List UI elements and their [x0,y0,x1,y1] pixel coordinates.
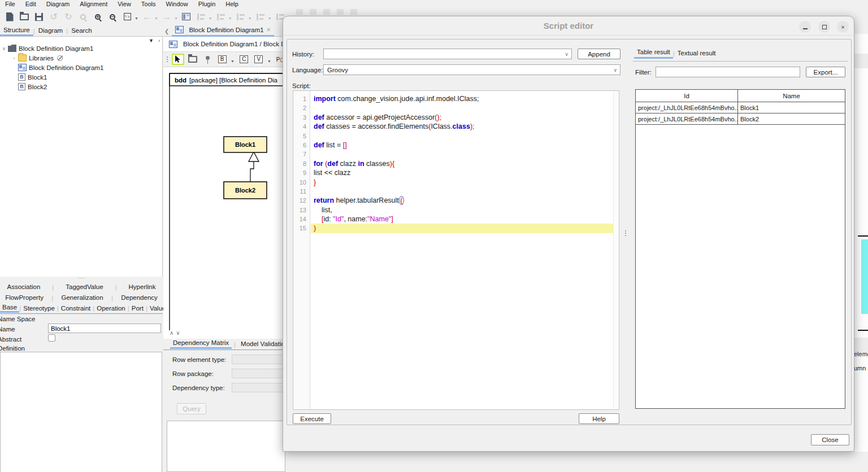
code-line-2[interactable] [311,103,613,112]
toolbar-drag-handle[interactable] [167,55,168,63]
tree-root[interactable]: ∨Block Definition Diagram1 [0,43,162,53]
prop-tab-stereotype[interactable]: Stereotype [21,305,57,312]
menu-item-tools[interactable]: Tools [136,1,161,7]
export-button[interactable]: Export... [806,67,845,77]
structure-tree[interactable]: ▼ › ∨Block Definition Diagram1›Libraries… [0,36,163,277]
redo-icon[interactable]: ↻ [62,10,75,24]
col-header-name[interactable]: Name [738,90,845,102]
collapse-caret-icon[interactable]: ∨ [0,46,8,51]
help-button[interactable]: Help [579,413,619,424]
generalization-line[interactable] [250,161,254,182]
prop-tab-generalization[interactable]: Generalization [59,294,105,301]
tree-item-block1[interactable]: BBlock1 [0,72,162,82]
prop-tab-flowproperty[interactable]: FlowProperty [3,294,46,301]
fit-view-icon-dropdown[interactable]: ▼ [134,16,138,20]
forward-icon-dropdown[interactable]: ▼ [174,16,178,20]
align-icon-dropdown[interactable]: ▼ [209,16,212,20]
zoom-out-icon[interactable]: – [106,10,119,24]
minimize-button[interactable] [799,21,811,33]
tab-dependency-matrix[interactable]: Dependency Matrix [170,339,232,349]
save-icon[interactable] [32,10,46,24]
forward-icon[interactable]: → [160,10,173,24]
prop-tab-base[interactable]: Base [0,304,19,313]
language-select[interactable]: Groovy ∨ [323,64,620,75]
code-line-7[interactable] [311,150,613,159]
panel-collapse-icon[interactable]: › [158,38,160,43]
menu-item-view[interactable]: View [112,1,136,7]
editor-scrollbar[interactable] [613,91,619,409]
code-line-8[interactable]: for (def clazz in classes){ [311,159,613,168]
maximize-button[interactable] [818,21,830,33]
block-tool-icon[interactable]: B [216,54,228,65]
color-icon[interactable] [254,10,267,24]
group-icon[interactable] [234,10,248,24]
code-line-9[interactable]: list << clazz [311,168,613,177]
tab-block-definition-diagram1[interactable]: Block Definition Diagram1 × [172,26,274,37]
new-file-icon[interactable] [3,10,16,24]
code-line-15[interactable]: ) [311,224,613,233]
tree-panel-controls[interactable]: ▼ › [149,38,160,43]
tree-item-block-definition-diagram1[interactable]: Block Definition Diagram1 [0,63,162,72]
menu-item-alignment[interactable]: Alignment [75,1,112,7]
table-row[interactable]: project:/_LhJL0LRtEe68h54mBvho...Block2 [636,113,845,125]
menu-item-file[interactable]: File [0,1,20,7]
prop-tab-association[interactable]: Association [5,283,42,291]
tab-search[interactable]: Search [68,27,95,35]
undo-icon[interactable]: ↺ [47,10,60,24]
zoom-in-icon[interactable]: + [91,10,105,24]
panel-splitter-handle[interactable]: ··· [0,277,163,282]
align-icon[interactable] [194,10,208,24]
back-icon[interactable]: ← [140,10,154,24]
fit-view-icon[interactable]: ↖↘ [120,10,134,24]
tab-scroll-left-icon[interactable]: ❮ [163,28,172,34]
code-line-10[interactable]: } [311,178,613,187]
value-tool-dropdown-icon[interactable]: ▼ [267,59,271,63]
panes-splitter-handle[interactable] [625,229,626,237]
tree-menu-icon[interactable]: ▼ [149,38,154,43]
dialog-titlebar[interactable]: Script editor × [283,16,854,36]
code-line-6[interactable]: def list = [] [311,141,613,150]
tab-diagram[interactable]: Diagram [35,27,66,35]
code-line-4[interactable]: def classes = accessor.findElements(ICla… [311,122,613,131]
script-code-editor[interactable]: 123456789101112131415 import com.change_… [293,90,619,410]
code-line-1[interactable]: import com.change_vision.jude.api.inf.mo… [311,94,613,103]
prop-tab-dependency[interactable]: Dependency [119,294,160,301]
tab-table-result[interactable]: Table result [634,49,673,59]
tree-item-libraries[interactable]: ›Libraries [0,53,162,63]
close-window-button[interactable]: × [837,21,849,33]
filter-input[interactable] [656,67,800,77]
panel-expand-collapse-icons[interactable]: ∧∨ [170,330,183,336]
execute-button[interactable]: Execute [293,413,331,424]
prop-tab-hyperlink[interactable]: Hyperlink [127,283,158,291]
col-header-id[interactable]: Id [636,90,738,102]
query-button[interactable]: Query [177,403,206,414]
code-line-5[interactable] [311,132,613,141]
table-row[interactable]: project:/_LhJL0LRtEe68h54mBvho...Block1 [636,102,845,113]
back-icon-dropdown[interactable]: ▼ [154,16,158,20]
code-area[interactable]: import com.change_vision.jude.api.inf.mo… [311,91,613,409]
tab-close-icon[interactable]: × [267,26,271,34]
value-tool-icon[interactable]: V [253,54,265,65]
menu-item-help[interactable]: Help [220,1,244,7]
select-cursor-tool[interactable] [172,54,184,65]
menu-item-diagram[interactable]: Diagram [41,1,75,7]
tab-textual-result[interactable]: Textual result [675,50,719,58]
tab-structure[interactable]: Structure [0,27,33,36]
history-combobox[interactable]: ∨ [323,49,572,59]
result-table[interactable]: IdNameproject:/_LhJL0LRtEe68h54mBvho...B… [635,89,845,409]
prop-tab-constraint[interactable]: Constraint [59,305,93,312]
code-line-11[interactable] [311,187,613,196]
code-line-14[interactable]: [id: "Id", name:"Name"] [311,215,613,224]
layout-icon[interactable] [214,10,228,24]
color-icon-dropdown[interactable]: ▼ [268,16,272,20]
diagram-map-icon[interactable] [180,10,193,24]
close-button[interactable]: Close [811,434,849,445]
pin-tool-icon[interactable] [201,54,214,65]
group-icon-dropdown[interactable]: ▼ [248,16,252,20]
constraint-tool-icon[interactable]: C [238,54,250,65]
prop-tab-taggedvalue[interactable]: TaggedValue [63,283,105,291]
prop-tab-port[interactable]: Port [129,305,146,312]
block-tool-dropdown-icon[interactable]: ▼ [231,59,235,63]
tree-item-block2[interactable]: BBlock2 [0,82,162,91]
open-icon[interactable] [18,10,31,24]
